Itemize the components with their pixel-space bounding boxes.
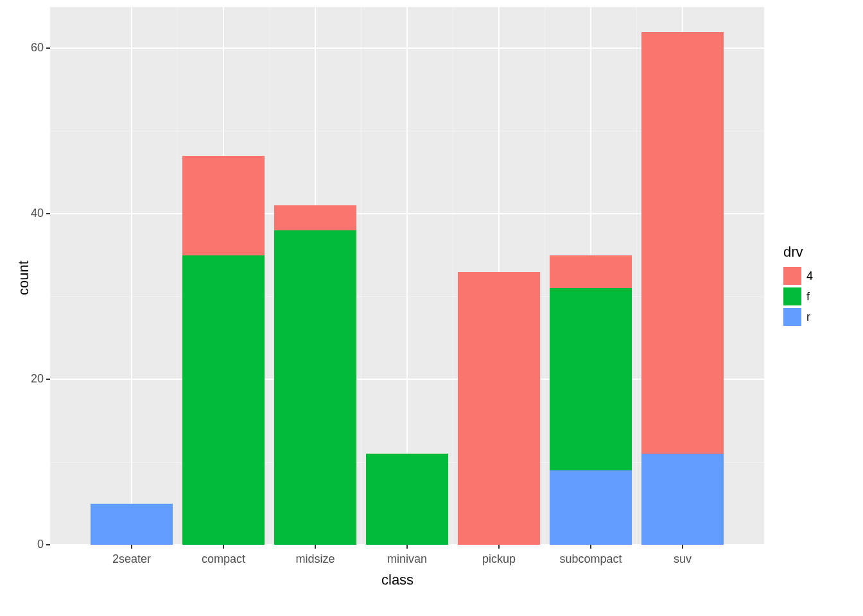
x-tick <box>590 545 591 549</box>
x-gridline-minor <box>545 7 545 545</box>
legend-label: r <box>806 311 810 324</box>
legend-swatch <box>783 287 801 305</box>
bar-segment <box>641 32 724 454</box>
x-tick <box>406 545 408 549</box>
x-tick-label: subcompact <box>546 552 636 566</box>
legend-label: f <box>806 290 810 304</box>
bar-segment <box>550 288 632 470</box>
bar-segment <box>641 454 724 545</box>
x-tick-label: minivan <box>362 552 452 566</box>
y-tick-label: 60 <box>31 41 44 55</box>
legend-item: f <box>783 287 813 305</box>
y-tick <box>46 47 50 49</box>
x-tick <box>223 545 224 549</box>
legend-title: drv <box>783 244 813 261</box>
x-gridline-minor <box>269 7 270 545</box>
x-tick <box>131 545 132 549</box>
y-tick-label: 0 <box>37 538 44 551</box>
legend-item: 4 <box>783 267 813 285</box>
legend-key <box>783 287 801 305</box>
y-tick-label: 20 <box>31 372 44 386</box>
bar-segment <box>182 156 265 255</box>
x-gridline-minor <box>361 7 362 545</box>
y-tick <box>46 379 50 380</box>
bar-segment <box>550 470 632 545</box>
bar-segment <box>458 272 541 545</box>
x-gridline-major <box>131 7 132 545</box>
legend: drv 4fr <box>783 244 813 329</box>
legend-swatch <box>783 308 801 326</box>
x-tick <box>498 545 500 549</box>
bar-segment <box>182 255 265 545</box>
x-tick-label: compact <box>179 552 268 566</box>
bar-segment <box>550 255 632 289</box>
x-gridline-minor <box>453 7 453 545</box>
x-tick-label: midsize <box>270 552 360 566</box>
x-tick-label: suv <box>638 552 728 566</box>
legend-swatch <box>783 267 801 285</box>
chart-figure: class count drv 4fr 02040602seatercompac… <box>0 0 863 616</box>
x-tick-label: pickup <box>454 552 544 566</box>
x-gridline-minor <box>177 7 178 545</box>
bar-segment <box>274 230 357 545</box>
y-axis-title: count <box>15 261 32 295</box>
legend-key <box>783 308 801 326</box>
x-gridline-minor <box>636 7 637 545</box>
bar-segment <box>274 205 357 230</box>
legend-key <box>783 267 801 285</box>
legend-label: 4 <box>806 270 813 283</box>
x-tick <box>682 545 683 549</box>
bar-segment <box>91 504 173 545</box>
bar-segment <box>366 454 449 545</box>
y-tick <box>46 213 50 214</box>
x-axis-title: class <box>381 572 414 588</box>
legend-item: r <box>783 308 813 326</box>
y-tick-label: 40 <box>31 207 44 220</box>
x-tick-label: 2seater <box>87 552 177 566</box>
x-tick <box>315 545 316 549</box>
y-tick <box>46 544 50 545</box>
